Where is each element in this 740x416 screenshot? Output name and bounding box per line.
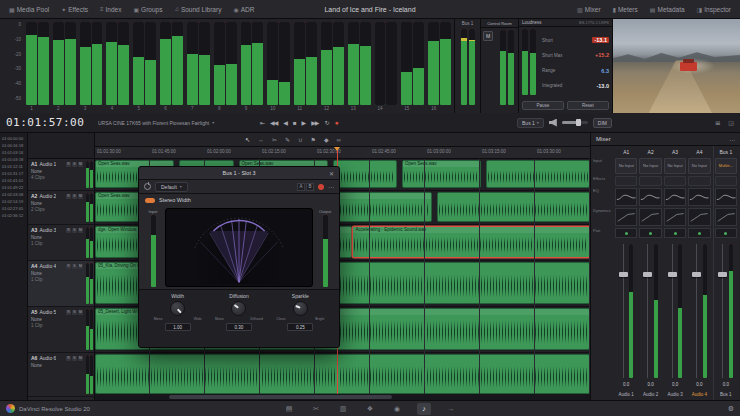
mixer-eq-graph[interactable] bbox=[688, 188, 710, 206]
compare-b-button[interactable]: B bbox=[306, 183, 314, 191]
loudness-pause-button[interactable]: Pause bbox=[522, 101, 564, 110]
fader-handle[interactable] bbox=[643, 272, 652, 277]
index-entry[interactable]: 01:01:41:01 bbox=[0, 177, 27, 184]
track-s-button[interactable]: S bbox=[72, 228, 77, 233]
edit-page-icon[interactable]: ▥ bbox=[336, 403, 350, 415]
mixer-pan-control[interactable] bbox=[664, 228, 686, 238]
compare-a-button[interactable]: A bbox=[297, 183, 305, 191]
volume-handle[interactable] bbox=[576, 119, 581, 126]
mixer-eq-graph[interactable] bbox=[639, 188, 661, 206]
track-bus-select[interactable]: None bbox=[31, 201, 83, 206]
mixer-dynamics-graph[interactable] bbox=[639, 208, 661, 226]
razor-tool-icon[interactable]: ✂ bbox=[272, 136, 277, 143]
track-s-button[interactable]: S bbox=[72, 194, 77, 199]
track-s-button[interactable]: S bbox=[72, 162, 77, 167]
mixer-effects-slot[interactable] bbox=[715, 176, 737, 186]
mixer-effects-slot[interactable] bbox=[615, 176, 637, 186]
mixer-eq-graph[interactable] bbox=[615, 188, 637, 206]
speaker-icon[interactable] bbox=[549, 119, 557, 127]
deliver-page-icon[interactable]: → bbox=[444, 403, 458, 415]
record-automation-icon[interactable] bbox=[318, 184, 324, 190]
mixer-pan-control[interactable] bbox=[688, 228, 710, 238]
index-entry[interactable]: 01:02:03:08 bbox=[0, 191, 27, 198]
mixer-dynamics-graph[interactable] bbox=[688, 208, 710, 226]
index-entry[interactable]: 01:02:14:19 bbox=[0, 198, 27, 205]
pencil-tool-icon[interactable]: ✎ bbox=[285, 136, 290, 143]
dim-button[interactable]: DIM bbox=[593, 118, 612, 128]
audio-clip[interactable] bbox=[333, 160, 397, 188]
mixer-pan-control[interactable] bbox=[715, 228, 737, 238]
track-header-a4[interactable]: A4Audio 4RSMNone1 Clip bbox=[28, 261, 94, 307]
audio-clip[interactable] bbox=[95, 354, 590, 394]
track-header-a6[interactable]: A6Audio 6RSMNone bbox=[28, 353, 94, 397]
audio-clip[interactable] bbox=[437, 192, 590, 222]
topbar-button-media-pool[interactable]: ▦Media Pool bbox=[4, 4, 54, 15]
knob-value[interactable]: 0.30 bbox=[226, 323, 252, 331]
plugin-window[interactable]: Bus 1 - Slot 3 ✕ Default ▾ A B ⋯ Stereo … bbox=[138, 166, 340, 348]
topbar-button-inspector[interactable]: ◨Inspector bbox=[692, 4, 736, 15]
mixer-eq-graph[interactable] bbox=[664, 188, 686, 206]
grid-icon[interactable]: ⊞ bbox=[715, 119, 720, 126]
track-m-button[interactable]: M bbox=[78, 162, 83, 167]
track-r-button[interactable]: R bbox=[66, 356, 71, 361]
mixer-fader[interactable] bbox=[664, 242, 686, 380]
scrollbar-thumb[interactable] bbox=[169, 395, 392, 399]
audio-clip[interactable]: 05_Kia, Driving On Gr bbox=[95, 262, 140, 304]
index-entry[interactable]: 01:01:12:11 bbox=[0, 163, 27, 170]
fast-forward-button[interactable]: ▶▶ bbox=[311, 119, 318, 126]
topbar-button-adr[interactable]: ◉ADR bbox=[228, 4, 259, 15]
color-page-icon[interactable]: ◉ bbox=[390, 403, 404, 415]
track-r-button[interactable]: R bbox=[66, 310, 71, 315]
index-entry[interactable]: 01:01:03:18 bbox=[0, 156, 27, 163]
mixer-pan-control[interactable] bbox=[615, 228, 637, 238]
index-entry[interactable]: 01:02:27:05 bbox=[0, 205, 27, 212]
pointer-tool-icon[interactable]: ↖ bbox=[245, 136, 250, 143]
track-r-button[interactable]: R bbox=[66, 228, 71, 233]
topbar-button-effects[interactable]: ✦Effects bbox=[56, 4, 93, 15]
track-m-button[interactable]: M bbox=[78, 194, 83, 199]
track-s-button[interactable]: S bbox=[72, 310, 77, 315]
close-icon[interactable]: ✕ bbox=[329, 170, 334, 177]
gear-icon[interactable]: ⚙ bbox=[728, 405, 734, 413]
track-header-a1[interactable]: A1Audio 1RSMNone4 Clips bbox=[28, 159, 94, 191]
monitor-mute-button[interactable]: M bbox=[483, 31, 493, 41]
media-page-icon[interactable]: ▤ bbox=[282, 403, 296, 415]
mixer-pan-control[interactable] bbox=[639, 228, 661, 238]
track-bus-select[interactable]: None bbox=[31, 169, 83, 174]
range-select-tool-icon[interactable]: ↔ bbox=[258, 137, 264, 143]
mixer-options-icon[interactable]: ⋯ bbox=[729, 136, 735, 143]
topbar-button-index[interactable]: ≡Index bbox=[95, 4, 126, 15]
audio-clip[interactable]: Open Seas.wav bbox=[402, 160, 481, 188]
snap-icon[interactable]: ∪ bbox=[298, 136, 302, 143]
track-m-button[interactable]: M bbox=[78, 310, 83, 315]
horizontal-scrollbar[interactable] bbox=[95, 394, 590, 400]
loudness-reset-button[interactable]: Reset bbox=[567, 101, 609, 110]
marker-icon[interactable]: ◆ bbox=[324, 136, 329, 143]
knob-dial[interactable] bbox=[293, 301, 308, 316]
audio-clip[interactable] bbox=[486, 160, 590, 188]
mixer-fader[interactable] bbox=[639, 242, 661, 380]
knob-dial[interactable] bbox=[170, 301, 185, 316]
mixer-fader[interactable] bbox=[688, 242, 710, 380]
track-s-button[interactable]: S bbox=[72, 264, 77, 269]
mixer-fader[interactable] bbox=[715, 242, 737, 380]
monitor-volume-slider[interactable] bbox=[562, 121, 588, 124]
mixer-dynamics-graph[interactable] bbox=[664, 208, 686, 226]
timeline-ruler[interactable]: 01:01:30:0001:01:45:0001:02:00:0001:02:1… bbox=[95, 147, 590, 159]
monitor-bus-select[interactable]: Bus 1 ▾ bbox=[517, 118, 544, 128]
track-header-a2[interactable]: A2Audio 2RSMNone2 Clips bbox=[28, 191, 94, 225]
play-button[interactable]: ▶ bbox=[302, 119, 306, 126]
topbar-button-meters[interactable]: ▮Meters bbox=[608, 4, 643, 15]
play-reverse-button[interactable]: ◀ bbox=[283, 119, 287, 126]
mixer-input-select[interactable]: No Input bbox=[615, 158, 637, 174]
knob-value[interactable]: 1.00 bbox=[165, 323, 191, 331]
index-entry[interactable]: 01:00:00:00 bbox=[0, 135, 27, 142]
fader-handle[interactable] bbox=[718, 272, 727, 277]
go-to-start-button[interactable]: ⇤ bbox=[260, 119, 264, 126]
fader-handle[interactable] bbox=[692, 272, 701, 277]
flag-icon[interactable]: ⚑ bbox=[311, 136, 316, 143]
cut-page-icon[interactable]: ✂ bbox=[309, 403, 323, 415]
knob-dial[interactable] bbox=[231, 301, 246, 316]
stop-button[interactable]: ■ bbox=[293, 120, 296, 126]
fader-handle[interactable] bbox=[619, 272, 628, 277]
